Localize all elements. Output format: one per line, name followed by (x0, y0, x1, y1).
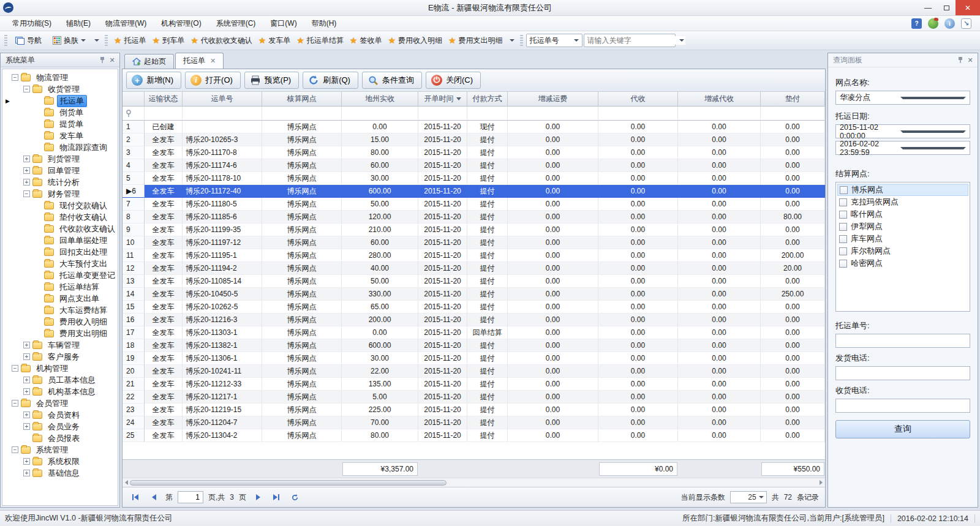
search-input[interactable] (584, 36, 685, 45)
tree-item[interactable]: 代收款收支确认 (4, 223, 118, 235)
tree-item[interactable]: +会员业务 (4, 421, 118, 432)
expand-plus-icon[interactable]: + (23, 342, 30, 348)
collapse-minus-icon[interactable]: − (12, 446, 18, 453)
tree-item[interactable]: 现付交款确认 (4, 200, 118, 211)
tree-item[interactable]: 回扣支出处理 (4, 246, 118, 258)
tree-item[interactable]: ▶托运单 (4, 95, 118, 107)
tree-item[interactable]: 垫付收支确认 (4, 211, 118, 223)
collapse-minus-icon[interactable]: − (12, 74, 18, 81)
table-row[interactable]: 14全发车博乐20-10450-5博乐网点330.002015-11-20提付0… (123, 288, 825, 301)
help-book-icon[interactable]: ? (911, 18, 922, 29)
collapse-minus-icon[interactable]: − (23, 190, 30, 197)
menu-item-0[interactable]: 常用功能(S) (5, 17, 59, 31)
table-row[interactable]: 19全发车博乐20-11306-1博乐网点30.002015-11-20提付0.… (123, 352, 825, 365)
pin-icon[interactable] (97, 55, 107, 65)
settle-option[interactable]: 伊犁网点 (837, 220, 968, 233)
table-row[interactable]: 7全发车博乐20-11180-5博乐网点50.002015-11-20提付0.0… (123, 198, 825, 211)
table-row[interactable]: 20全发车博乐20-10241-11博乐网点22.002015-11-20提付0… (123, 365, 825, 378)
command-refresh[interactable]: 刷新(Q) (303, 72, 358, 89)
filter-cell[interactable] (418, 107, 467, 121)
minimize-button[interactable]: — (919, 0, 937, 15)
menu-item-1[interactable]: 辅助(E) (59, 17, 98, 31)
expand-plus-icon[interactable]: + (23, 353, 30, 360)
checkbox-icon[interactable] (839, 198, 847, 206)
expand-plus-icon[interactable]: + (23, 470, 30, 476)
command-close[interactable]: ⏻关闭(C) (426, 72, 481, 89)
filter-cell[interactable] (678, 107, 761, 121)
waybill-no-input[interactable] (835, 334, 970, 348)
table-row[interactable]: 8全发车博乐20-11185-6博乐网点120.002015-11-20提付0.… (123, 211, 825, 224)
collapse-minus-icon[interactable]: − (12, 365, 18, 372)
scroll-right-arrow-icon[interactable] (820, 480, 823, 485)
horizontal-scrollbar[interactable] (123, 478, 825, 487)
tree-item[interactable]: 托运单变更登记 (4, 269, 118, 281)
tree-item[interactable]: +回单管理 (4, 165, 118, 176)
tree-item[interactable]: −机构管理 (4, 363, 118, 374)
table-row[interactable]: 15全发车博乐20-10262-5博乐网点65.002015-11-20提付0.… (123, 301, 825, 314)
table-row[interactable]: 13全发车博乐20-11085-14博乐网点50.002015-11-20提付0… (123, 275, 825, 288)
command-add[interactable]: +新增(N) (126, 72, 181, 89)
scrollbar-track[interactable] (130, 480, 818, 486)
tree-item[interactable]: +会员资料 (4, 409, 118, 421)
tree-item[interactable]: 会员报表 (4, 432, 118, 444)
table-row[interactable]: 24全发车博乐20-11204-7博乐网点70.002015-11-20提付0.… (123, 416, 825, 429)
expand-plus-icon[interactable]: + (23, 411, 30, 418)
tree-item[interactable]: 托运单结算 (4, 281, 118, 293)
collapse-minus-icon[interactable]: − (12, 400, 18, 407)
page-number-input[interactable] (178, 491, 203, 503)
expand-plus-icon[interactable]: + (23, 179, 30, 186)
scrollbar-thumb[interactable] (130, 480, 447, 486)
favorite-item[interactable]: ★发车单 (255, 34, 294, 48)
tree-item[interactable]: 费用支出明细 (4, 328, 118, 339)
restore-button[interactable] (937, 0, 956, 15)
table-row[interactable]: 21全发车博乐20-11212-33博乐网点135.002015-11-20提付… (123, 378, 825, 391)
menu-item-5[interactable]: 窗口(W) (263, 17, 304, 31)
command-search[interactable]: 条件查询 (362, 72, 422, 89)
expand-plus-icon[interactable]: + (23, 458, 30, 465)
settle-option[interactable]: 库车网点 (837, 233, 968, 245)
favorite-item[interactable]: ★签收单 (347, 34, 385, 48)
column-header-付款方式[interactable]: 付款方式 (467, 92, 508, 107)
filter-cell[interactable] (145, 107, 183, 121)
favorite-item[interactable]: ★费用支出明细 (445, 34, 506, 48)
last-page-button[interactable] (270, 491, 283, 503)
tree-item[interactable]: 网点支出单 (4, 293, 118, 304)
column-header-地州实收[interactable]: 地州实收 (342, 92, 418, 107)
tree-item[interactable]: 大车运费结算 (4, 304, 118, 316)
table-row[interactable]: 3全发车博乐20-11170-8博乐网点80.002015-11-20提付0.0… (123, 146, 825, 159)
table-row[interactable]: 25全发车博乐20-11304-2博乐网点80.002015-11-20提付0.… (123, 429, 825, 442)
first-page-button[interactable] (129, 491, 142, 503)
filter-cell[interactable] (598, 107, 678, 121)
menu-item-2[interactable]: 物流管理(W) (98, 17, 154, 31)
tree-item[interactable]: +机构基本信息 (4, 386, 118, 397)
table-row[interactable]: 17全发车博乐20-11303-1博乐网点0.002015-11-20回单结算0… (123, 326, 825, 339)
tree-item[interactable]: +车辆管理 (4, 339, 118, 351)
checkbox-icon[interactable] (839, 247, 847, 255)
toolbar-overflow-button[interactable] (92, 37, 102, 44)
tree-item[interactable]: −收货管理 (4, 83, 118, 95)
settle-option[interactable]: 哈密网点 (837, 257, 968, 269)
checkbox-icon[interactable] (839, 235, 847, 243)
reload-page-icon[interactable] (288, 491, 301, 503)
table-row[interactable]: 22全发车博乐20-11217-1博乐网点5.002015-11-20提付0.0… (123, 391, 825, 404)
feedback-icon[interactable]: ↘ (961, 18, 971, 29)
column-header-核算网点[interactable]: 核算网点 (262, 92, 342, 107)
settle-option[interactable]: 克拉玛依网点 (837, 196, 968, 208)
column-header-运输状态[interactable]: 运输状态 (145, 92, 183, 107)
menu-item-3[interactable]: 机构管理(O) (154, 17, 208, 31)
table-row[interactable]: ▶6全发车博乐20-11172-40博乐网点600.002015-11-20提付… (123, 185, 825, 198)
expand-plus-icon[interactable]: + (23, 377, 30, 383)
toolbar-grip[interactable] (520, 35, 523, 46)
tab-close-icon[interactable]: ✕ (210, 57, 216, 65)
tree-item[interactable]: 倒货单 (4, 107, 118, 118)
toolbar-grip[interactable] (105, 35, 108, 46)
scroll-left-arrow-icon[interactable] (125, 480, 128, 485)
tree-item[interactable]: −财务管理 (4, 188, 118, 200)
prev-page-button[interactable] (147, 491, 160, 503)
filter-cell[interactable] (761, 107, 825, 121)
tree-item[interactable]: +到货管理 (4, 153, 118, 165)
favorite-item[interactable]: ★到车单 (149, 34, 188, 48)
close-panel-icon[interactable]: ✕ (107, 55, 117, 65)
tree-item[interactable]: 物流跟踪查询 (4, 141, 118, 153)
favorite-item[interactable]: ★代收款收支确认 (187, 34, 255, 48)
